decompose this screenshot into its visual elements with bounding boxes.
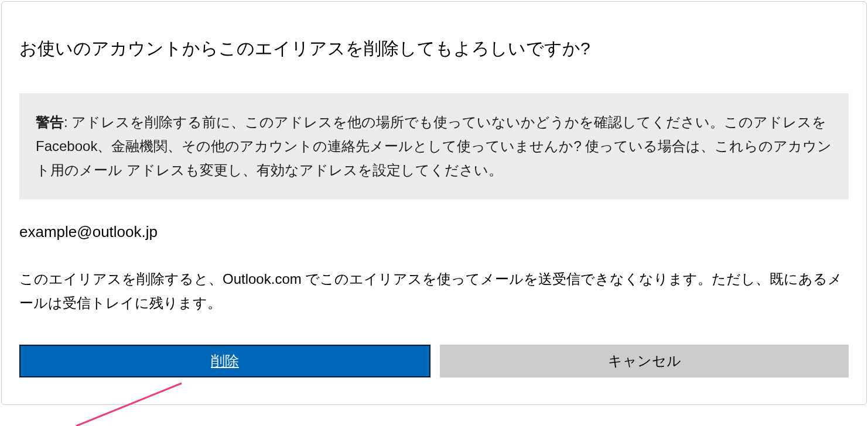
deletion-note: このエイリアスを削除すると、Outlook.com でこのエイリアスを使ってメー… bbox=[19, 267, 849, 315]
warning-box: 警告: アドレスを削除する前に、このアドレスを他の場所でも使っていないかどうかを… bbox=[19, 93, 849, 200]
warning-text: : アドレスを削除する前に、このアドレスを他の場所でも使っていないかどうかを確認… bbox=[36, 114, 832, 178]
delete-button[interactable]: 削除 bbox=[19, 345, 430, 377]
warning-label: 警告 bbox=[36, 114, 64, 130]
dialog-title: お使いのアカウントからこのエイリアスを削除してもよろしいですか? bbox=[19, 37, 849, 61]
cancel-button[interactable]: キャンセル bbox=[440, 345, 849, 377]
delete-alias-dialog: お使いのアカウントからこのエイリアスを削除してもよろしいですか? 警告: アドレ… bbox=[1, 1, 867, 405]
alias-email: example@outlook.jp bbox=[19, 223, 849, 241]
button-row: 削除 キャンセル bbox=[19, 345, 849, 377]
